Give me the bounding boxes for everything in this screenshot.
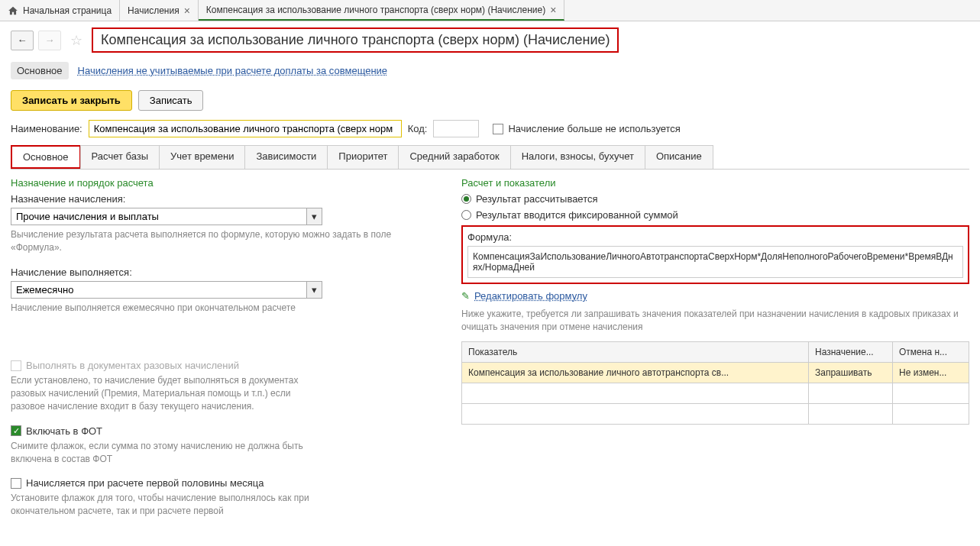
- section-purpose: Назначение и порядок расчета: [11, 177, 438, 189]
- top-tabs: Начальная страница Начисления × Компенса…: [0, 0, 980, 21]
- content: Назначение и порядок расчета Назначение …: [0, 170, 980, 525]
- section-calc: Расчет и показатели: [461, 177, 969, 189]
- td-indicator: Компенсация за использование личного авт…: [462, 362, 809, 383]
- cb3-hint: Установите флажок для того, чтобы начисл…: [11, 492, 316, 518]
- when-hint: Начисление выполняется ежемесячно при ок…: [11, 302, 438, 315]
- tab-sredniy-zarabotok[interactable]: Средний заработок: [398, 145, 510, 169]
- tab-opisanie[interactable]: Описание: [645, 145, 713, 169]
- formula-label: Формула:: [467, 231, 963, 243]
- cb-first-half[interactable]: [11, 478, 21, 489]
- pencil-icon: ✎: [461, 290, 470, 302]
- cb3-label: Начисляется при расчете первой половины …: [26, 477, 264, 489]
- tab-accruals[interactable]: Начисления ×: [120, 0, 199, 21]
- tab-osnovnoe[interactable]: Основное: [11, 145, 81, 169]
- edit-formula-row: ✎ Редактировать формулу: [461, 290, 969, 302]
- name-row: Наименование: Код: Начисление больше не …: [0, 115, 980, 142]
- indicators-hint: Ниже укажите, требуется ли запрашивать з…: [461, 308, 969, 334]
- cb-onetime: [11, 360, 21, 371]
- table-row[interactable]: [462, 403, 969, 424]
- when-input[interactable]: [11, 281, 307, 299]
- table-row[interactable]: [462, 383, 969, 403]
- tab-home[interactable]: Начальная страница: [0, 0, 120, 21]
- th-indicator[interactable]: Показатель: [462, 341, 809, 362]
- radio1-row[interactable]: Результат рассчитывается: [461, 193, 969, 205]
- not-used-checkbox[interactable]: [493, 124, 503, 134]
- close-icon[interactable]: ×: [184, 5, 190, 17]
- tab-home-label: Начальная страница: [23, 5, 112, 16]
- forward-button[interactable]: →: [38, 31, 61, 50]
- home-icon: [8, 5, 18, 16]
- th-assign[interactable]: Назначение...: [809, 341, 893, 362]
- purpose-input[interactable]: [11, 208, 307, 225]
- when-label: Начисление выполняется:: [11, 267, 438, 278]
- tab-current[interactable]: Компенсация за использование личного тра…: [199, 0, 565, 21]
- purpose-label: Назначение начисления:: [11, 193, 438, 205]
- cb1-label: Выполнять в документах разовых начислени…: [26, 360, 239, 371]
- purpose-hint: Вычисление результата расчета выполняетс…: [11, 228, 438, 254]
- th-cancel[interactable]: Отмена н...: [893, 341, 969, 362]
- code-label: Код:: [408, 123, 428, 134]
- sub-nav: Основное Начисления не учитываемые при р…: [0, 59, 980, 86]
- formula-text[interactable]: КомпенсацияЗаИспользованиеЛичногоАвтотра…: [467, 246, 963, 278]
- tab-zavisimosti[interactable]: Зависимости: [244, 145, 328, 169]
- cb2-label: Включать в ФОТ: [26, 425, 102, 437]
- save-button[interactable]: Записать: [138, 90, 204, 111]
- cb1-row: Выполнять в документах разовых начислени…: [11, 360, 438, 371]
- left-column: Назначение и порядок расчета Назначение …: [11, 177, 438, 518]
- back-button[interactable]: ←: [11, 31, 34, 50]
- subnav-link[interactable]: Начисления не учитываемые при расчете до…: [78, 65, 388, 76]
- cb2-hint: Снимите флажок, если сумма по этому начи…: [11, 440, 316, 466]
- right-column: Расчет и показатели Результат рассчитыва…: [461, 177, 969, 518]
- radio-fixed[interactable]: [461, 210, 471, 220]
- not-used-label: Начисление больше не используется: [508, 123, 680, 134]
- action-bar: Записать и закрыть Записать: [0, 86, 980, 115]
- cb2-row: ✓ Включать в ФОТ: [11, 425, 438, 437]
- favorite-icon[interactable]: ☆: [70, 32, 82, 49]
- name-label: Наименование:: [11, 123, 82, 134]
- name-input[interactable]: [89, 120, 402, 137]
- purpose-select: ▾: [11, 208, 322, 225]
- radio-calculated[interactable]: [461, 194, 471, 204]
- tab-uchet-vremeni[interactable]: Учет времени: [159, 145, 245, 169]
- tab-accruals-label: Начисления: [128, 5, 180, 16]
- tab-current-label: Компенсация за использование личного тра…: [206, 5, 545, 15]
- radio2-label: Результат вводится фиксированной суммой: [476, 209, 678, 221]
- indicators-table: Показатель Назначение... Отмена н... Ком…: [461, 341, 969, 425]
- radio2-row[interactable]: Результат вводится фиксированной суммой: [461, 209, 969, 221]
- not-used-checkbox-wrap: Начисление больше не используется: [493, 123, 680, 134]
- cb3-row: Начисляется при расчете первой половины …: [11, 477, 438, 489]
- radio1-label: Результат рассчитывается: [476, 193, 598, 205]
- close-icon[interactable]: ×: [550, 4, 556, 16]
- edit-formula-link[interactable]: Редактировать формулу: [474, 290, 587, 302]
- subnav-main[interactable]: Основное: [11, 62, 69, 79]
- chevron-down-icon[interactable]: ▾: [307, 281, 322, 299]
- td-assign: Запрашивать: [809, 362, 893, 383]
- page-title: Компенсация за использование личного тра…: [92, 27, 619, 53]
- td-cancel: Не измен...: [893, 362, 969, 383]
- code-input[interactable]: [433, 120, 479, 137]
- main-tabs: Основное Расчет базы Учет времени Зависи…: [11, 145, 969, 170]
- tab-raschet-bazy[interactable]: Расчет базы: [80, 145, 160, 169]
- tab-nalogi[interactable]: Налоги, взносы, бухучет: [510, 145, 645, 169]
- save-close-button[interactable]: Записать и закрыть: [11, 90, 132, 111]
- table-row[interactable]: Компенсация за использование личного авт…: [462, 362, 969, 383]
- cb1-hint: Если установлено, то начисление будет вы…: [11, 374, 316, 412]
- when-select: ▾: [11, 281, 322, 299]
- tab-prioritet[interactable]: Приоритет: [327, 145, 399, 169]
- toolbar-nav: ← → ☆ Компенсация за использование лично…: [0, 21, 980, 59]
- chevron-down-icon[interactable]: ▾: [307, 208, 322, 225]
- formula-box: Формула: КомпенсацияЗаИспользованиеЛично…: [461, 225, 969, 284]
- cb-fot[interactable]: ✓: [11, 425, 21, 436]
